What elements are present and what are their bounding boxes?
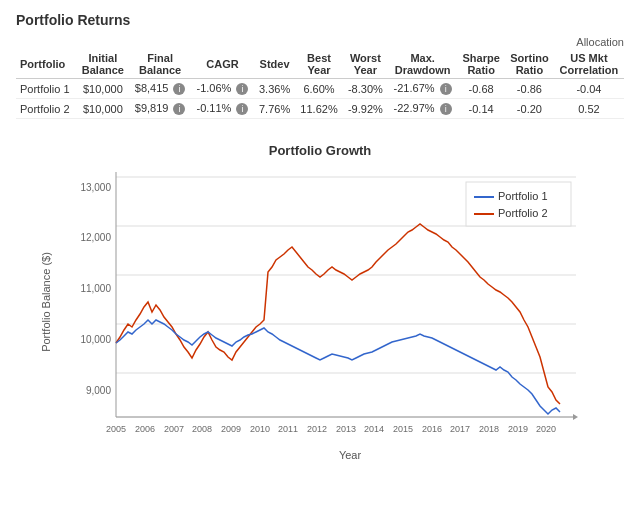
svg-text:2020: 2020 (536, 424, 556, 434)
cell-sharpe-ratio: -0.68 (457, 79, 505, 99)
cell-best-year: 6.60% (295, 79, 343, 99)
svg-rect-29 (466, 182, 571, 226)
col-max-drawdown: Max.Drawdown (388, 50, 457, 79)
cell-worst-year: -9.92% (343, 99, 388, 119)
cell-cagr: -1.06% i (191, 79, 254, 99)
cell-initial-balance: $10,000 (76, 99, 129, 119)
chart-svg: 13,000 12,000 11,000 10,000 9,000 2005 2… (76, 162, 596, 442)
info-icon[interactable]: i (173, 83, 185, 95)
chart-title: Portfolio Growth (16, 143, 624, 158)
cell-max-drawdown: -21.67% i (388, 79, 457, 99)
svg-text:2010: 2010 (250, 424, 270, 434)
chart-container: Portfolio Growth Portfolio Balance ($) (16, 143, 624, 461)
svg-text:2013: 2013 (336, 424, 356, 434)
cell-stdev: 7.76% (254, 99, 295, 119)
portfolio1-line (116, 320, 560, 414)
svg-text:2005: 2005 (106, 424, 126, 434)
info-icon[interactable]: i (173, 103, 185, 115)
cell-stdev: 3.36% (254, 79, 295, 99)
svg-text:Portfolio 1: Portfolio 1 (498, 190, 548, 202)
svg-text:2012: 2012 (307, 424, 327, 434)
cell-cagr: -0.11% i (191, 99, 254, 119)
cell-portfolio: Portfolio 1 (16, 79, 76, 99)
cell-best-year: 11.62% (295, 99, 343, 119)
svg-text:2018: 2018 (479, 424, 499, 434)
svg-marker-34 (573, 414, 578, 420)
svg-text:2015: 2015 (393, 424, 413, 434)
portfolio-table: Portfolio InitialBalance FinalBalance CA… (16, 50, 624, 119)
svg-text:2014: 2014 (364, 424, 384, 434)
y-axis-label: Portfolio Balance ($) (40, 252, 52, 352)
cell-initial-balance: $10,000 (76, 79, 129, 99)
table-header-row: Portfolio InitialBalance FinalBalance CA… (16, 50, 624, 79)
allocation-label: Allocation (16, 36, 624, 48)
info-icon[interactable]: i (440, 103, 452, 115)
info-icon[interactable]: i (440, 83, 452, 95)
page-title: Portfolio Returns (16, 12, 624, 28)
cell-us-mkt-correlation: 0.52 (554, 99, 624, 119)
cell-final-balance: $8,415 i (129, 79, 191, 99)
svg-text:Portfolio 2: Portfolio 2 (498, 207, 548, 219)
y-axis-label-col: Portfolio Balance ($) (16, 162, 76, 442)
chart-wrapper: Portfolio Balance ($) (16, 162, 624, 445)
svg-text:2011: 2011 (278, 424, 298, 434)
svg-text:10,000: 10,000 (80, 334, 111, 345)
cell-final-balance: $9,819 i (129, 99, 191, 119)
svg-text:2019: 2019 (508, 424, 528, 434)
cell-worst-year: -8.30% (343, 79, 388, 99)
cell-portfolio: Portfolio 2 (16, 99, 76, 119)
col-stdev: Stdev (254, 50, 295, 79)
cell-max-drawdown: -22.97% i (388, 99, 457, 119)
col-sortino-ratio: SortinoRatio (505, 50, 554, 79)
col-best-year: BestYear (295, 50, 343, 79)
info-icon[interactable]: i (236, 83, 248, 95)
svg-text:2016: 2016 (422, 424, 442, 434)
cell-sortino-ratio: -0.20 (505, 99, 554, 119)
col-initial-balance: InitialBalance (76, 50, 129, 79)
portfolio2-line (116, 224, 560, 404)
col-sharpe-ratio: SharpeRatio (457, 50, 505, 79)
svg-text:11,000: 11,000 (80, 283, 111, 294)
col-us-mkt: US MktCorrelation (554, 50, 624, 79)
svg-text:2009: 2009 (221, 424, 241, 434)
table-row: Portfolio 1 $10,000 $8,415 i -1.06% i 3.… (16, 79, 624, 99)
svg-text:2008: 2008 (192, 424, 212, 434)
svg-text:2006: 2006 (135, 424, 155, 434)
col-worst-year: WorstYear (343, 50, 388, 79)
col-portfolio: Portfolio (16, 50, 76, 79)
cell-sortino-ratio: -0.86 (505, 79, 554, 99)
cell-sharpe-ratio: -0.14 (457, 99, 505, 119)
x-axis-label: Year (76, 449, 624, 461)
info-icon[interactable]: i (236, 103, 248, 115)
col-cagr: CAGR (191, 50, 254, 79)
cell-us-mkt-correlation: -0.04 (554, 79, 624, 99)
svg-text:12,000: 12,000 (80, 232, 111, 243)
svg-text:13,000: 13,000 (80, 182, 111, 193)
svg-text:2007: 2007 (164, 424, 184, 434)
svg-text:9,000: 9,000 (86, 385, 111, 396)
svg-text:2017: 2017 (450, 424, 470, 434)
table-row: Portfolio 2 $10,000 $9,819 i -0.11% i 7.… (16, 99, 624, 119)
col-final-balance: FinalBalance (129, 50, 191, 79)
